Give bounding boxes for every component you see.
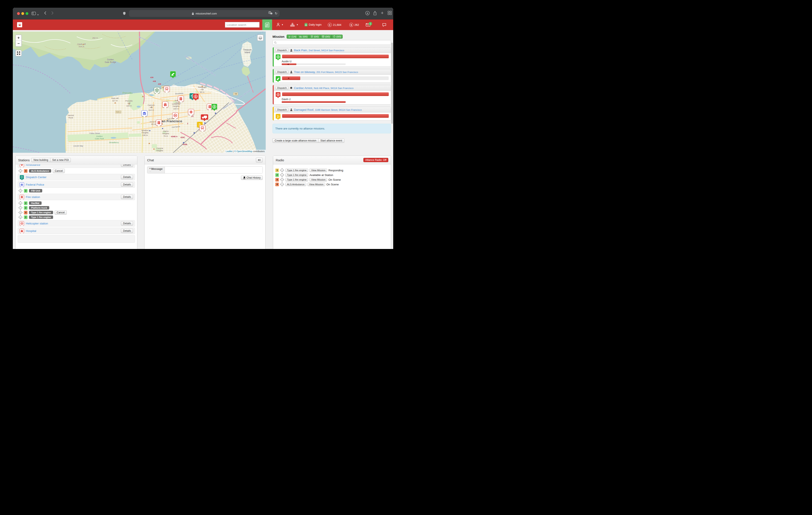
vehicle-pill[interactable]: HazMat: [29, 201, 41, 205]
cancel-button[interactable]: Cancel: [53, 169, 65, 173]
fullscreen-icon[interactable]: [16, 50, 21, 56]
new-tab-icon[interactable]: +: [381, 10, 384, 16]
alliance-menu[interactable]: ▼: [290, 23, 298, 27]
vehicle-pill[interactable]: FBI Unit: [29, 189, 42, 192]
dispatch-button[interactable]: Dispatch: [276, 86, 289, 90]
chat-sound-button[interactable]: [256, 158, 263, 162]
details-button[interactable]: Details: [121, 175, 133, 179]
filter-patient-transport-button[interactable]: (0/0): [309, 34, 320, 38]
mission-card-cardiac-arrest[interactable]: Dispatch ✱ Cardiac Arrest, Nob Hill Plac…: [272, 85, 391, 105]
station-link[interactable]: Ambulance: [26, 164, 40, 166]
start-alliance-event-button[interactable]: Start alliance event: [318, 138, 344, 143]
locate-icon[interactable]: x: [19, 169, 22, 173]
alliance-radio-toggle[interactable]: Alliance Radio: Off: [364, 158, 388, 162]
vehicle-button[interactable]: Type 1 fire engine: [285, 178, 308, 181]
station-link[interactable]: Federal Police: [26, 183, 44, 186]
osm-link[interactable]: © OpenStreetMap: [234, 150, 252, 153]
vehicle-button[interactable]: Type 1 fire engine: [285, 173, 308, 177]
locate-icon[interactable]: x: [280, 182, 284, 186]
station-building-pin[interactable]: [156, 120, 162, 126]
tree-on-bikeway-mission-pin[interactable]: [170, 71, 176, 77]
view-mission-button[interactable]: View M​ission: [310, 168, 327, 172]
create-alliance-mission-button[interactable]: Create a large scale alliance mission: [272, 138, 318, 143]
mission-link[interactable]: Tree on bikeway, 201 Fort Mason, 94123 S…: [294, 71, 358, 74]
map[interactable]: Hawk Hill 214 m 282 m Golden Gate Bridge…: [13, 32, 266, 153]
vehicle-button[interactable]: ALS Ambulance: [285, 183, 306, 186]
dispatch-button[interactable]: Dispatch: [276, 70, 289, 74]
mission-link[interactable]: Damaged Roof, 1188 Harrison Street, 9411…: [294, 108, 362, 111]
school-pin[interactable]: 1+2=3: [199, 125, 205, 131]
address-bar[interactable]: missionchief.com Ax ↻: [129, 10, 280, 17]
station-link[interactable]: Hospital: [26, 229, 36, 233]
locate-icon[interactable]: x: [19, 201, 22, 205]
set-poi-button[interactable]: Set a new POI: [50, 158, 71, 162]
details-button[interactable]: Details: [121, 182, 133, 187]
forward-icon[interactable]: [51, 11, 54, 16]
station-row-helicopter-station[interactable]: Helicopter station Details: [18, 220, 135, 226]
funds-item[interactable]: S 262: [349, 23, 359, 27]
coins-item[interactable]: C 21,684: [328, 23, 341, 27]
zoom-out-button[interactable]: −: [16, 41, 21, 46]
station-row-dispatch-center[interactable]: Dispatch Center Details: [18, 174, 135, 180]
location-search-input[interactable]: [225, 22, 260, 28]
view-mission-button[interactable]: View M​ission: [308, 183, 325, 186]
station-link[interactable]: Fire station: [26, 195, 40, 199]
sidebar-chevron-icon[interactable]: [37, 12, 39, 17]
mission-card-damaged-roof[interactable]: Dispatch Damaged Roof, 1188 Harrison Str…: [272, 107, 391, 120]
mission-card-back-pain[interactable]: Dispatch Back Pain, 2nd Street, 94114 Sa…: [272, 47, 391, 67]
mission-search-input[interactable]: [278, 41, 389, 44]
station-row-ambulance[interactable]: Ambulance Details: [18, 164, 135, 168]
locate-icon[interactable]: x: [19, 211, 22, 214]
locate-icon[interactable]: x: [280, 173, 284, 177]
cardiac-arrest-mission-pin[interactable]: [193, 93, 199, 100]
layers-icon[interactable]: [258, 35, 263, 40]
back-icon[interactable]: [44, 11, 47, 16]
vehicle-pill[interactable]: Platform truck: [29, 206, 49, 210]
page-scrollbar[interactable]: [391, 43, 393, 124]
vehicle-pill[interactable]: Type 1 fire engine: [29, 215, 53, 219]
school-pin[interactable]: 1+2=3: [164, 86, 170, 92]
share-icon[interactable]: [373, 11, 377, 16]
fire-station-pin[interactable]: [178, 96, 184, 102]
back-pain-mission-pin[interactable]: [211, 104, 217, 110]
dispatch-button[interactable]: Dispatch: [276, 108, 289, 111]
chat-message-input[interactable]: [165, 167, 262, 173]
station-row-federal-police[interactable]: Federal Police Details: [18, 181, 135, 188]
daily-login-item[interactable]: Daily login: [304, 23, 322, 27]
minimize-window-button[interactable]: [21, 12, 24, 15]
station-link[interactable]: Helicopter station: [26, 222, 48, 225]
details-button[interactable]: Details: [121, 229, 133, 233]
helicopter-station-pin[interactable]: [172, 112, 178, 118]
filter-emergency-button[interactable]: (1/4): [287, 34, 298, 38]
tab-overview-icon[interactable]: [388, 11, 392, 16]
details-button[interactable]: Details: [121, 195, 133, 199]
hospital-pin[interactable]: [162, 102, 168, 108]
station-row-fire-station[interactable]: Fire station Details: [18, 194, 135, 200]
chat-toggle-icon[interactable]: [382, 23, 386, 27]
vehicle-pill[interactable]: ALS Ambulance: [29, 169, 51, 172]
close-window-button[interactable]: [17, 12, 20, 15]
locate-icon[interactable]: x: [19, 189, 22, 193]
details-button[interactable]: Details: [121, 221, 133, 225]
zoom-in-button[interactable]: +: [16, 35, 21, 40]
details-button[interactable]: Details: [121, 164, 133, 167]
safety-center-pin[interactable]: [154, 87, 160, 93]
privacy-shield-icon[interactable]: [123, 11, 126, 16]
downloads-icon[interactable]: [365, 11, 370, 16]
station-link[interactable]: Dispatch Center: [26, 175, 47, 179]
dispatch-button[interactable]: Dispatch: [276, 48, 289, 52]
zoom-window-button[interactable]: [26, 12, 28, 15]
leaflet-link[interactable]: Leaflet: [226, 150, 232, 153]
cancel-button[interactable]: Cancel: [55, 210, 67, 215]
translate-icon[interactable]: Ax: [268, 11, 272, 16]
filter-red-missions-button[interactable]: (0/0): [331, 34, 343, 38]
vehicle-button[interactable]: Type 1 fire engine: [285, 168, 308, 172]
federal-police-pin[interactable]: [141, 110, 147, 116]
locate-icon[interactable]: x: [280, 168, 284, 172]
new-building-button[interactable]: New building: [31, 158, 50, 162]
view-mission-button[interactable]: View M​ission: [310, 178, 327, 181]
mission-link[interactable]: Cardiac Arrest, Nob Hill Place, 94114 Sa…: [294, 86, 353, 90]
messages-item[interactable]: 1: [366, 23, 370, 26]
mission-report-button[interactable]: [262, 20, 272, 30]
missionchief-logo[interactable]: [17, 22, 22, 27]
